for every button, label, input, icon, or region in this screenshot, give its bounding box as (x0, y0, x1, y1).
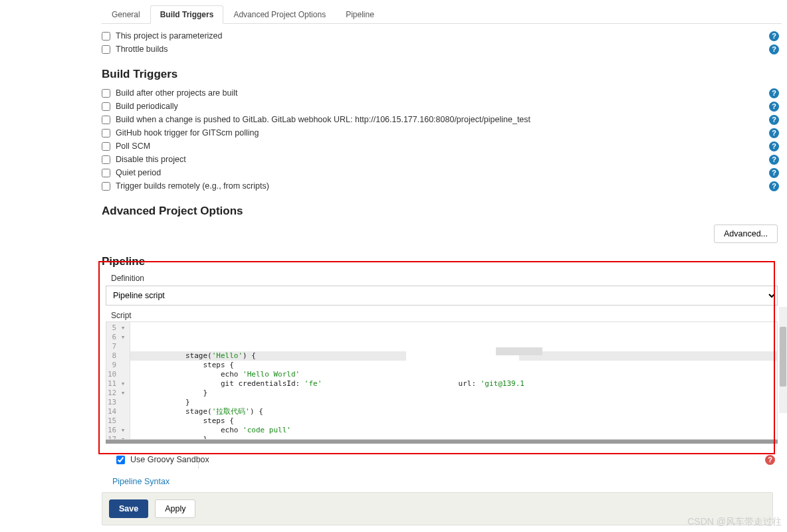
script-editor[interactable]: 5 ▾ 6 ▾ 7 8 9 10 11 ▾ 12 ▾ 13 14 15 16 ▾… (106, 321, 778, 440)
checkbox-throttle[interactable] (102, 45, 110, 54)
label-parameterized[interactable]: This project is parameterized (116, 31, 222, 41)
tab-pipeline[interactable]: Pipeline (336, 5, 384, 23)
checkbox-pollscm[interactable] (102, 142, 110, 151)
save-button[interactable]: Save (109, 499, 148, 518)
label-after-projects[interactable]: Build after other projects are built (116, 88, 237, 98)
checkbox-parameterized[interactable] (102, 32, 110, 41)
help-icon[interactable]: ? (769, 115, 779, 125)
help-icon[interactable]: ? (769, 44, 779, 54)
config-tabs: General Build Triggers Advanced Project … (102, 5, 782, 24)
help-icon[interactable]: ? (769, 128, 779, 138)
pipeline-syntax-link[interactable]: Pipeline Syntax (112, 477, 169, 486)
label-groovy-sandbox[interactable]: Use Groovy Sandbox (130, 455, 209, 464)
editor-code[interactable]: stage('Hello') { steps { echo 'Hello Wor… (130, 322, 778, 439)
checkbox-disable[interactable] (102, 155, 110, 164)
checkbox-gitlab[interactable] (102, 116, 110, 124)
tab-general[interactable]: General (102, 5, 150, 23)
heading-advanced: Advanced Project Options (102, 205, 782, 218)
help-icon[interactable]: ? (769, 31, 779, 41)
advanced-button[interactable]: Advanced... (714, 224, 778, 243)
checkbox-gitscm[interactable] (102, 129, 110, 137)
heading-build-triggers: Build Triggers (102, 68, 782, 81)
label-gitscm[interactable]: GitHub hook trigger for GITScm polling (116, 128, 259, 137)
help-icon[interactable]: ? (769, 155, 779, 165)
checkbox-after-projects[interactable] (102, 89, 110, 98)
help-icon[interactable]: ? (769, 168, 779, 178)
tree-guide (198, 459, 199, 468)
definition-select[interactable]: Pipeline script (106, 286, 778, 306)
label-remote[interactable]: Trigger builds remotely (e.g., from scri… (116, 181, 269, 191)
definition-label: Definition (111, 274, 778, 283)
redaction-overlay (496, 347, 542, 355)
checkbox-remote[interactable] (102, 182, 110, 191)
help-icon[interactable]: ? (769, 102, 779, 112)
label-throttle[interactable]: Throttle builds (116, 44, 168, 54)
checkbox-periodically[interactable] (102, 102, 110, 111)
help-icon[interactable]: ? (765, 455, 775, 465)
label-quiet[interactable]: Quiet period (116, 168, 161, 177)
label-disable[interactable]: Disable this project (116, 155, 186, 164)
label-periodically[interactable]: Build periodically (116, 102, 178, 111)
help-icon[interactable]: ? (769, 141, 779, 151)
editor-horizontal-scrollbar[interactable] (106, 439, 778, 444)
tab-advanced-options[interactable]: Advanced Project Options (223, 5, 336, 23)
form-action-bar: Save Apply (102, 492, 773, 525)
tab-build-triggers[interactable]: Build Triggers (150, 5, 224, 24)
help-icon[interactable]: ? (769, 88, 779, 98)
vertical-scrollbar[interactable] (779, 307, 787, 413)
checkbox-quiet[interactable] (102, 169, 110, 177)
help-icon[interactable]: ? (769, 181, 779, 191)
checkbox-groovy-sandbox[interactable] (116, 456, 125, 464)
script-label: Script (111, 311, 778, 320)
label-pollscm[interactable]: Poll SCM (116, 141, 150, 151)
apply-button[interactable]: Apply (155, 499, 195, 518)
heading-pipeline: Pipeline (102, 255, 782, 268)
label-gitlab[interactable]: Build when a change is pushed to GitLab.… (116, 115, 530, 124)
scrollbar-thumb[interactable] (780, 327, 786, 387)
editor-gutter: 5 ▾ 6 ▾ 7 8 9 10 11 ▾ 12 ▾ 13 14 15 16 ▾… (106, 322, 130, 439)
